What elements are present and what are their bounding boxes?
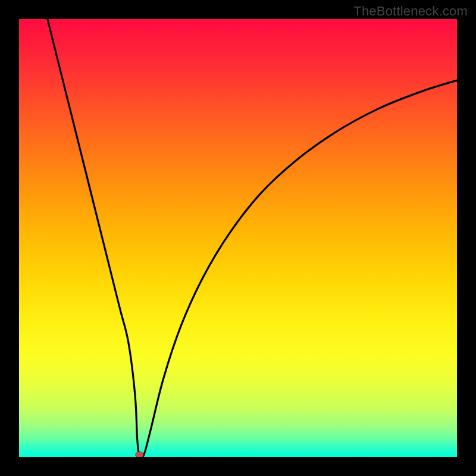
watermark-text: TheBottleneck.com [353,4,468,19]
chart-container: TheBottleneck.com [0,0,476,476]
curve-layer [19,19,457,457]
minimum-marker [136,452,143,457]
plot-area [19,19,457,457]
bottleneck-curve [48,19,457,457]
